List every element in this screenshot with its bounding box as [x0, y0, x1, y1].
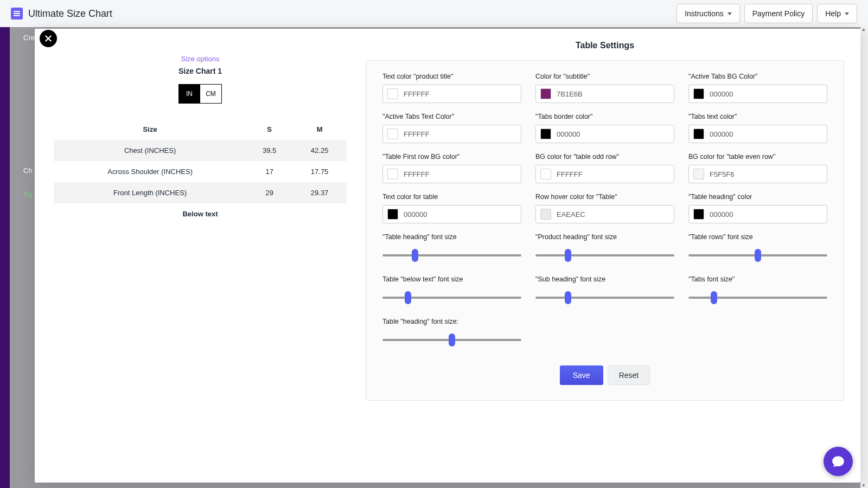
color-field: "Tabs text color"	[688, 113, 827, 143]
font-size-slider[interactable]	[382, 339, 521, 341]
color-input[interactable]	[535, 85, 674, 103]
font-size-slider[interactable]	[688, 297, 827, 299]
color-value[interactable]	[710, 130, 822, 138]
color-value[interactable]	[404, 210, 516, 219]
slider-field: "Sub heading" font size	[535, 275, 674, 308]
save-button[interactable]: Save	[560, 365, 603, 385]
chevron-down-icon	[727, 12, 732, 15]
color-field: "Table heading" color	[688, 193, 827, 223]
color-input[interactable]	[688, 85, 827, 103]
slider-field: Table "below text" font size	[382, 275, 521, 308]
field-label: "Table heading" font size	[382, 233, 521, 241]
reset-button[interactable]: Reset	[608, 365, 650, 385]
field-label: BG color for "table even row"	[688, 153, 827, 160]
color-swatch-icon	[387, 169, 398, 179]
color-field: Row hover color for "Table"	[535, 193, 674, 223]
unit-cm-button[interactable]: CM	[200, 84, 222, 104]
vertical-scrollbar[interactable]	[860, 27, 868, 488]
slider-field: Table "heading" font size:	[382, 318, 521, 350]
settings-panel: Table Settings Text color "product title…	[366, 29, 860, 483]
unit-in-button[interactable]: IN	[178, 84, 200, 104]
svg-rect-1	[14, 13, 20, 14]
help-button[interactable]: Help	[817, 4, 857, 23]
color-input[interactable]	[382, 205, 521, 223]
color-field: BG color for "table odd row"	[535, 153, 674, 183]
chat-fab[interactable]	[824, 447, 853, 476]
color-swatch-icon	[540, 129, 551, 139]
svg-rect-0	[14, 11, 20, 12]
color-swatch-icon	[693, 88, 704, 99]
col-size: Size	[54, 119, 246, 140]
color-input[interactable]	[382, 125, 521, 143]
color-value[interactable]	[557, 210, 669, 219]
field-label: Text color "product title"	[382, 73, 521, 80]
color-swatch-icon	[387, 88, 398, 99]
color-value[interactable]	[404, 90, 516, 98]
slider-field: "Product heading" font size	[535, 233, 674, 266]
font-size-slider[interactable]	[535, 254, 674, 256]
font-size-slider[interactable]	[535, 297, 674, 299]
field-label: "Table rows" font size	[688, 233, 827, 241]
unit-toggle: IN CM	[178, 84, 222, 104]
color-value[interactable]	[557, 130, 669, 138]
field-label: "Active Tabs Text Color"	[382, 113, 521, 120]
color-field: Color for "subtitle"	[535, 73, 674, 103]
color-field: BG color for "table even row"	[688, 153, 827, 183]
field-label: "Table heading" color	[688, 193, 827, 201]
size-options-link[interactable]: Size options	[181, 55, 220, 63]
app-title: Ultimate Size Chart	[28, 8, 112, 20]
preview-panel: Size options Size Chart 1 IN CM Size S M…	[35, 29, 366, 483]
color-input[interactable]	[688, 165, 827, 183]
sidebar-strip	[0, 27, 10, 488]
color-value[interactable]	[557, 170, 669, 178]
svg-rect-2	[14, 15, 20, 16]
color-input[interactable]	[688, 125, 827, 143]
color-swatch-icon	[540, 169, 551, 179]
color-value[interactable]	[404, 130, 516, 138]
color-value[interactable]	[710, 210, 822, 219]
field-label: Text color for table	[382, 193, 521, 201]
field-label: "Sub heading" font size	[535, 275, 674, 283]
col-s: S	[246, 119, 292, 140]
color-swatch-icon	[387, 209, 398, 220]
settings-modal: Size options Size Chart 1 IN CM Size S M…	[35, 29, 860, 483]
color-value[interactable]	[710, 90, 822, 98]
color-field: Text color for table	[382, 193, 521, 223]
slider-field: "Table heading" font size	[382, 233, 521, 266]
app-logo-icon	[11, 8, 23, 20]
color-input[interactable]	[535, 205, 674, 223]
color-field: "Tabs border color"	[535, 113, 674, 143]
instructions-button[interactable]: Instructions	[676, 4, 740, 23]
payment-policy-label: Payment Policy	[752, 9, 805, 18]
color-swatch-icon	[540, 88, 551, 99]
topbar: Ultimate Size Chart Instructions Payment…	[0, 0, 868, 27]
size-chart-title: Size Chart 1	[178, 67, 222, 75]
field-label: BG color for "table odd row"	[535, 153, 674, 160]
color-input[interactable]	[535, 125, 674, 143]
chat-icon	[831, 454, 845, 468]
color-field: "Table First row BG color"	[382, 153, 521, 183]
color-value[interactable]	[404, 170, 516, 178]
table-row: Across Shoulder (INCHES) 17 17.75	[54, 161, 347, 182]
color-swatch-icon	[693, 209, 704, 220]
field-label: "Tabs text color"	[688, 113, 827, 120]
field-label: Table "heading" font size:	[382, 318, 521, 325]
font-size-slider[interactable]	[382, 254, 521, 256]
help-label: Help	[825, 9, 841, 18]
color-swatch-icon	[693, 169, 704, 179]
color-value[interactable]	[710, 170, 822, 178]
payment-policy-button[interactable]: Payment Policy	[744, 4, 813, 23]
close-icon[interactable]	[40, 30, 57, 47]
field-label: "Tabs font size"	[688, 275, 827, 283]
font-size-slider[interactable]	[382, 297, 521, 299]
color-input[interactable]	[382, 85, 521, 103]
color-value[interactable]	[557, 90, 669, 98]
color-input[interactable]	[382, 165, 521, 183]
color-input[interactable]	[688, 205, 827, 223]
field-label: Table "below text" font size	[382, 275, 521, 283]
slider-field: "Table rows" font size	[688, 233, 827, 266]
color-input[interactable]	[535, 165, 674, 183]
settings-box: Text color "product title"Color for "sub…	[366, 60, 844, 401]
font-size-slider[interactable]	[688, 254, 827, 256]
color-field: Text color "product title"	[382, 73, 521, 103]
